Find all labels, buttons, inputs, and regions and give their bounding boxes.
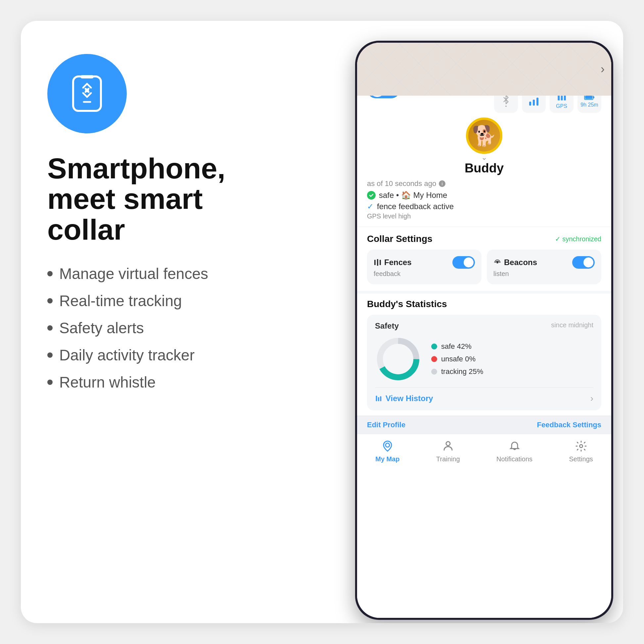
main-card: Smartphone, meet smart collar Manage vir… <box>21 21 623 623</box>
chevron-right-icon[interactable]: › <box>601 62 605 76</box>
svg-point-22 <box>386 443 390 447</box>
svg-rect-4 <box>533 100 535 106</box>
safe-legend-dot <box>431 344 437 349</box>
legend: safe 42% unsafe 0% tracking 25% <box>431 342 483 376</box>
battery-label: 9h 25m <box>580 102 598 108</box>
fences-card-header: Fences <box>374 256 475 269</box>
feature-item-5: Return whistle <box>47 373 272 391</box>
svg-point-24 <box>579 445 582 448</box>
bluetooth-icon-box <box>494 96 518 113</box>
tab-training[interactable]: Training <box>436 439 460 463</box>
fences-sub: feedback <box>374 270 475 278</box>
svg-rect-10 <box>593 96 594 98</box>
tab-training-label: Training <box>436 455 460 463</box>
feature-item-3: Safety alerts <box>47 319 272 337</box>
app-icon <box>47 54 127 133</box>
svg-rect-0 <box>73 76 101 111</box>
stats-body: safe 42% unsafe 0% tracking 25% <box>375 336 593 382</box>
fences-toggle[interactable] <box>452 256 475 269</box>
svg-point-2 <box>85 88 89 92</box>
tab-my-map-label: My Map <box>375 455 399 463</box>
svg-point-15 <box>496 261 498 263</box>
svg-rect-19 <box>376 396 377 401</box>
avatar: 🐕 <box>466 117 502 154</box>
fences-toggle-knob <box>464 257 474 267</box>
bullet-1 <box>47 271 53 276</box>
svg-point-23 <box>446 442 450 446</box>
feature-item-2: Real-time tracking <box>47 292 272 310</box>
bullet-2 <box>47 298 53 303</box>
signal-icon-box <box>522 96 546 113</box>
tracking-legend-text: tracking 25% <box>441 367 483 376</box>
pet-name: Buddy <box>465 161 504 175</box>
safe-dot <box>367 191 376 200</box>
beacons-card: Beacons listen <box>487 250 601 284</box>
svg-rect-11 <box>585 96 592 99</box>
my-map-icon <box>380 439 395 453</box>
fences-title: Fences <box>374 258 412 267</box>
beacons-toggle[interactable] <box>572 256 595 269</box>
battery-icon-box: 9h 25m <box>577 96 601 113</box>
map-area: › <box>357 43 611 96</box>
phone-frame: › ✋ <box>355 41 613 620</box>
beacons-title: Beacons <box>493 258 537 267</box>
training-icon <box>441 439 455 453</box>
stats-card: Safety since midnight <box>367 315 601 410</box>
bullet-4 <box>47 352 53 358</box>
headline: Smartphone, meet smart collar <box>47 153 272 245</box>
collar-cards: Fences feedback <box>367 250 601 284</box>
gps-level: GPS level high <box>367 212 411 220</box>
chevron-down-icon: ⌄ <box>481 154 487 161</box>
since-label: since midnight <box>551 321 593 331</box>
edit-profile-link[interactable]: Edit Profile <box>367 421 405 429</box>
gps-icon-box: GPS <box>550 96 574 113</box>
stats-card-header: Safety since midnight <box>375 321 593 331</box>
left-panel: Smartphone, meet smart collar Manage vir… <box>47 47 272 391</box>
safety-label: Safety <box>375 321 399 331</box>
bottom-actions: Edit Profile Feedback Settings <box>357 416 611 434</box>
collar-settings-header: Collar Settings ✓ synchronized <box>367 234 601 244</box>
tab-settings[interactable]: Settings <box>569 439 593 463</box>
view-history[interactable]: View History › <box>375 388 593 404</box>
legend-unsafe: unsafe 0% <box>431 355 483 363</box>
fence-status-row: ✓ fence feedback active <box>367 202 454 211</box>
feedback-settings-link[interactable]: Feedback Settings <box>537 421 601 429</box>
tab-settings-label: Settings <box>569 455 593 463</box>
feature-item-1: Manage virtual fences <box>47 265 272 283</box>
collar-settings-title: Collar Settings <box>367 234 433 244</box>
svg-rect-3 <box>529 102 531 106</box>
safe-label: safe • 🏠 My Home <box>379 191 447 200</box>
tab-bar: My Map Training <box>357 434 611 470</box>
gps-label: GPS <box>556 103 567 109</box>
svg-rect-12 <box>374 260 376 265</box>
pet-avatar-row: ✋ <box>367 96 601 113</box>
bullet-5 <box>47 380 53 385</box>
tab-my-map[interactable]: My Map <box>375 439 399 463</box>
svg-rect-20 <box>378 397 379 401</box>
unsafe-legend-text: unsafe 0% <box>441 355 476 363</box>
beacons-card-header: Beacons <box>493 256 595 269</box>
tab-notifications-label: Notifications <box>496 455 532 463</box>
map-tiles <box>357 43 611 96</box>
info-icon[interactable]: i <box>439 180 445 187</box>
phone-content: ✋ <box>357 96 611 618</box>
feature-list: Manage virtual fences Real-time tracking… <box>47 265 272 391</box>
fence-feedback-label: fence feedback active <box>377 202 454 211</box>
toggle-thumb: ✋ <box>370 96 385 97</box>
legend-tracking: tracking 25% <box>431 367 483 376</box>
fences-card: Fences feedback <box>367 250 482 284</box>
unsafe-legend-dot <box>431 356 437 362</box>
pet-name-area: 🐕 ⌄ Buddy <box>367 114 601 179</box>
statistics-section: Buddy's Statistics Safety since midnight <box>357 291 611 416</box>
svg-rect-5 <box>536 98 538 106</box>
dog-avatar: 🐕 <box>468 120 500 152</box>
svg-rect-21 <box>380 396 382 401</box>
svg-rect-8 <box>564 96 566 100</box>
hand-toggle-button[interactable]: ✋ <box>367 96 400 98</box>
notifications-icon <box>507 439 522 453</box>
avatar-container: 🐕 <box>466 117 502 154</box>
svg-rect-13 <box>377 259 378 266</box>
tab-notifications[interactable]: Notifications <box>496 439 532 463</box>
phone-screen: › ✋ <box>357 43 611 618</box>
chevron-right-history[interactable]: › <box>590 393 593 404</box>
